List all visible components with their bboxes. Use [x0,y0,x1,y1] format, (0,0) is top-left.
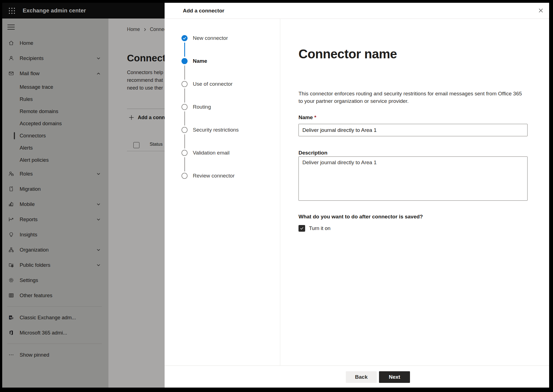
app-window: Exchange admin center Home Recipients [2,3,549,388]
step-connector-line [184,134,185,148]
name-input[interactable] [298,124,528,136]
step-todo-dot [181,150,188,156]
steps-form-divider [280,19,280,366]
step-todo-dot [181,173,188,179]
description-field-label: Description [298,150,328,156]
step-check-icon [181,35,188,41]
step-connector-line [184,43,185,57]
dialog-title: Add a connector [183,3,224,19]
step-routing[interactable]: Routing [181,104,273,127]
dialog-footer: Back Next [165,365,549,388]
screenshot-stage: Exchange admin center Home Recipients [0,0,553,392]
step-current-dot [181,58,188,64]
step-connector-line [184,66,185,80]
dialog-header: Add a connector [165,3,549,19]
back-button[interactable]: Back [346,371,377,383]
step-connector-line [184,157,185,171]
step-use-of-connector[interactable]: Use of connector [181,81,273,104]
step-connector-line [184,111,185,126]
form-description: This connector enforces routing and secu… [298,90,525,105]
add-connector-dialog: Add a connector New connector Name Use o… [165,3,549,388]
name-field-label: Name * [298,114,316,121]
step-security-restrictions[interactable]: Security restrictions [181,127,273,150]
after-save-question: What do you want to do after connector i… [298,214,423,220]
step-todo-dot [181,104,188,110]
form-title: Connector name [298,46,397,61]
step-name[interactable]: Name [181,58,273,81]
next-button[interactable]: Next [379,371,410,383]
turn-it-on-checkbox-row[interactable]: Turn it on [298,225,330,232]
close-icon[interactable] [536,6,545,15]
required-asterisk: * [314,114,316,120]
step-new-connector[interactable]: New connector [181,35,273,58]
checked-checkbox-icon[interactable] [298,225,305,232]
wizard-steps: New connector Name Use of connector Rout… [181,35,273,196]
step-todo-dot [181,81,188,87]
step-review-connector[interactable]: Review connector [181,173,273,196]
step-connector-line [184,88,185,103]
description-textarea[interactable]: Deliver journal directly to Area 1 [298,156,528,201]
step-validation-email[interactable]: Validation email [181,150,273,173]
step-todo-dot [181,127,188,133]
turn-it-on-label: Turn it on [309,225,330,231]
